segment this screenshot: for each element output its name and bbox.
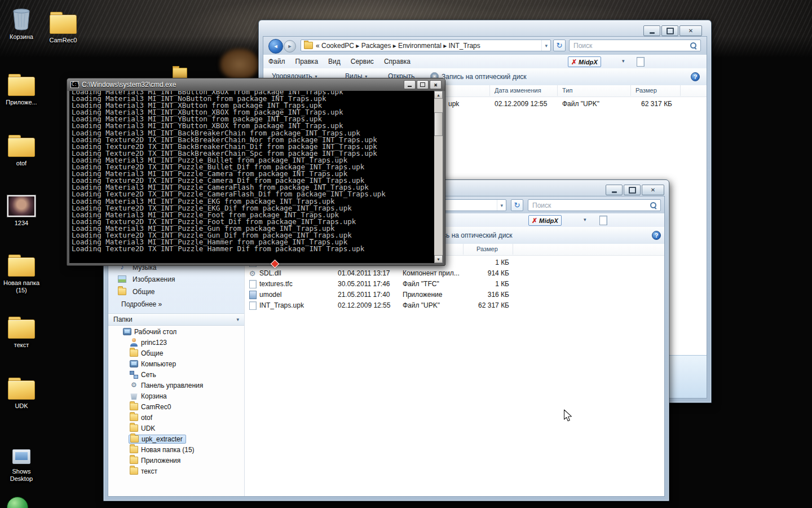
file-row[interactable]: INT_Traps.upk 02.12.2009 12:55 Файл "UPK… — [245, 300, 660, 311]
cmd-caption-buttons: ✕ — [404, 80, 442, 89]
column-header-type[interactable]: Тип — [558, 85, 631, 96]
window-caption-buttons: ✕ — [643, 25, 702, 36]
menu-view[interactable]: Вид — [323, 58, 346, 65]
search-input[interactable]: Поиск — [528, 199, 661, 211]
folder-icon — [8, 257, 35, 277]
menu-service[interactable]: Сервис — [346, 58, 379, 65]
address-dropdown-icon[interactable]: ▾ — [497, 200, 503, 211]
stray-folder-icon[interactable] — [173, 68, 187, 78]
scroll-down-icon[interactable]: ▼ — [434, 255, 443, 263]
desktop-icon-1234[interactable]: 1234 — [0, 192, 43, 227]
copy-page-icon[interactable] — [599, 216, 607, 225]
close-icon: ✕ — [689, 28, 693, 34]
file-type: Файл "TFC" — [403, 279, 439, 290]
search-input[interactable]: Поиск — [569, 40, 701, 51]
tree-item-tekst[interactable]: текст — [108, 466, 244, 476]
back-button[interactable]: ◄ — [268, 39, 283, 54]
tree-item-camrec0[interactable]: CamRec0 — [108, 401, 244, 412]
tree-item-otof[interactable]: otof — [108, 412, 244, 423]
desktop-icon-label: 1234 — [15, 220, 28, 227]
favorite-more[interactable]: Подробнее » — [108, 298, 244, 310]
menu-file[interactable]: Файл — [263, 58, 290, 65]
tree-item-princ123[interactable]: princ123 — [108, 337, 244, 348]
file-size: 1 КБ — [462, 257, 509, 268]
tree-item-public[interactable]: Общие — [108, 348, 244, 358]
help-button[interactable]: ? — [691, 72, 700, 81]
maximize-button[interactable] — [624, 185, 641, 195]
file-name: INT_Traps.upk — [259, 300, 304, 311]
address-dropdown-icon[interactable]: ▾ — [541, 40, 548, 51]
close-button[interactable]: ✕ — [642, 185, 664, 195]
photo-thumbnail-icon — [7, 195, 36, 217]
control-panel-icon: ⚙ — [130, 382, 138, 389]
favorite-pictures[interactable]: Изображения — [108, 273, 244, 285]
folders-band[interactable]: Папки ▾ — [108, 313, 244, 326]
column-header-size[interactable]: Размер — [464, 244, 513, 255]
desktop-icon-prilozhe[interactable]: Приложе... — [0, 71, 43, 106]
refresh-button[interactable]: ↻ — [553, 40, 566, 51]
mouse-cursor — [563, 409, 573, 425]
desktop-icon-recycle-bin[interactable]: Корзина — [0, 6, 43, 41]
copy-page-icon[interactable] — [637, 57, 645, 67]
minimize-button[interactable] — [643, 25, 660, 36]
tree-item-upk-extracter[interactable]: upk_extracter — [108, 433, 244, 444]
tree-item-prilozheniya[interactable]: Приложения — [108, 455, 244, 466]
midpx-toolbar-button[interactable]: ✗ MidpX — [568, 56, 601, 67]
favorite-public[interactable]: Общие — [108, 286, 244, 297]
deskt0p-icon-tekst[interactable]: текст — [0, 314, 43, 349]
search-icon — [690, 42, 696, 49]
column-header-date[interactable]: Дата изменения — [490, 85, 558, 96]
tree-item-new-folder-15[interactable]: Новая папка (15) — [108, 444, 244, 455]
minimize-button[interactable] — [404, 80, 416, 89]
breadcrumb[interactable]: « CookedPC ▸ Packages ▸ Environmental ▸ … — [301, 40, 551, 51]
folder-tree: Рабочий стол princ123 Общие Компьютер Се… — [108, 326, 244, 476]
tree-item-desktop[interactable]: Рабочий стол — [108, 326, 244, 337]
folder-icon — [118, 288, 126, 295]
maximize-button[interactable] — [661, 25, 678, 36]
menu-help[interactable]: Справка — [379, 58, 416, 65]
search-placeholder: Поиск — [532, 202, 551, 209]
recycle-bin-icon — [10, 6, 33, 32]
desktop-icon-udk[interactable]: UDK — [0, 375, 43, 410]
desktop-icon-label: Новая папка (15) — [0, 279, 43, 294]
menu-edit[interactable]: Правка — [290, 58, 324, 65]
maximize-button[interactable] — [417, 80, 429, 89]
tree-item-udk[interactable]: UDK — [108, 423, 244, 433]
close-button[interactable]: ✕ — [679, 25, 702, 36]
desktop-icon-shows-desktop[interactable]: Shows Desktop — [0, 440, 43, 483]
refresh-button[interactable]: ↻ — [511, 199, 523, 211]
desktop-icon-camrec0[interactable]: CamRec0 — [42, 9, 85, 44]
forward-button[interactable]: ► — [284, 40, 296, 52]
file-row[interactable]: ⚙ SDL.dll 01.04.2011 13:17 Компонент при… — [245, 268, 660, 279]
start-orb[interactable] — [7, 497, 28, 508]
file-name: upk — [448, 99, 459, 110]
desktop-icon-new-folder-15[interactable]: Новая папка (15) — [0, 252, 43, 294]
network-icon — [130, 371, 138, 378]
tree-item-control-panel[interactable]: ⚙Панель управления — [108, 380, 244, 391]
scroll-up-icon[interactable]: ▲ — [434, 91, 443, 99]
midpx-label: MidpX — [539, 217, 558, 224]
minimize-button[interactable] — [606, 185, 623, 195]
midpx-toolbar-button[interactable]: ✗ MidpX — [528, 215, 562, 226]
folder-icon — [8, 77, 35, 96]
tree-item-network[interactable]: Сеть — [108, 369, 244, 380]
scrollbar-thumb[interactable] — [434, 112, 443, 136]
folder-icon — [8, 380, 35, 400]
midpx-dropdown-icon[interactable]: ▾ — [584, 217, 586, 222]
cmd-scrollbar[interactable]: ▲ ▼ — [434, 91, 443, 263]
file-row[interactable]: textures.tfc 30.05.2011 17:46 Файл "TFC"… — [245, 279, 660, 290]
refresh-icon: ↻ — [514, 201, 520, 209]
cmd-title-bar[interactable]: C:\ C:\Windows\system32\cmd.exe ✕ — [67, 78, 445, 91]
midpx-x-icon: ✗ — [571, 58, 577, 66]
midpx-dropdown-icon[interactable]: ▾ — [622, 58, 625, 64]
file-row[interactable]: umodel 21.05.2011 17:40 Приложение 316 К… — [245, 290, 660, 300]
close-button[interactable]: ✕ — [430, 80, 442, 89]
tree-item-computer[interactable]: Компьютер — [108, 358, 244, 369]
desktop-icon-otof[interactable]: otof — [0, 132, 43, 167]
chevron-down-icon: ▾ — [236, 317, 239, 322]
file-type: Компонент прил... — [403, 268, 460, 279]
help-button[interactable]: ? — [652, 231, 661, 240]
folder-icon — [8, 319, 35, 339]
column-header-size[interactable]: Размер — [631, 85, 681, 96]
tree-item-recycle-bin[interactable]: Корзина — [108, 391, 244, 401]
